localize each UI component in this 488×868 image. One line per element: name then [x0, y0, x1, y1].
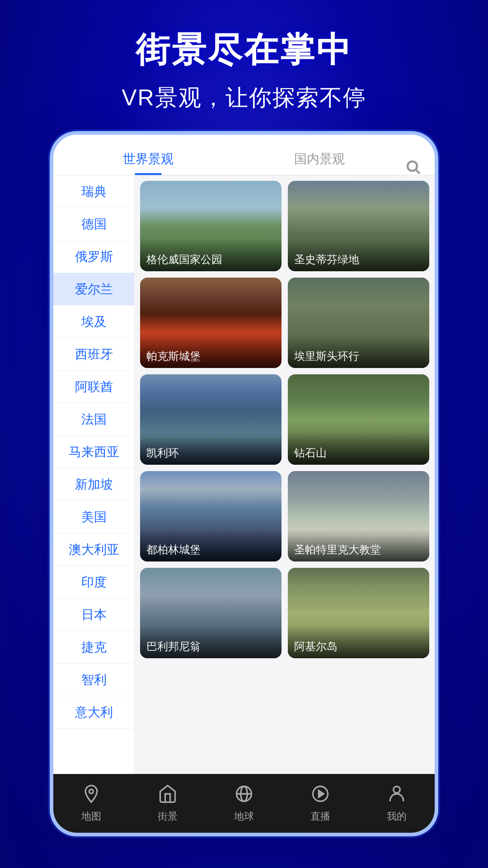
- nav-item-直播[interactable]: 直播: [282, 784, 358, 823]
- search-button[interactable]: [405, 159, 426, 175]
- scenery-label-7: 圣帕特里克大教堂: [288, 529, 429, 561]
- sidebar-item-2[interactable]: 俄罗斯: [53, 241, 134, 273]
- search-icon: [405, 159, 421, 175]
- nav-item-街景[interactable]: 街景: [130, 784, 206, 823]
- tab-world-scenery[interactable]: 世界景观: [62, 151, 234, 175]
- scenery-label-0: 格伦威国家公园: [140, 239, 282, 271]
- grid-item-8[interactable]: 巴利邦尼翁: [140, 568, 282, 658]
- sidebar-item-11[interactable]: 澳大利亚: [53, 533, 134, 566]
- sidebar-item-4[interactable]: 埃及: [53, 306, 134, 338]
- tab-bar: 世界景观 国内景观: [53, 135, 435, 175]
- tab-world-label: 世界景观: [123, 152, 174, 166]
- country-sidebar: 瑞典德国俄罗斯爱尔兰埃及西班牙阿联酋法国马来西亚新加坡美国澳大利亚印度日本捷克智…: [53, 175, 135, 774]
- scenery-label-1: 圣史蒂芬绿地: [288, 239, 429, 271]
- scenery-grid: 格伦威国家公园圣史蒂芬绿地帕克斯城堡埃里斯头环行凯利环钻石山都柏林城堡圣帕特里克…: [135, 175, 435, 774]
- grid-item-0[interactable]: 格伦威国家公园: [140, 181, 282, 271]
- sidebar-item-9[interactable]: 新加坡: [53, 468, 134, 501]
- scenery-label-5: 钻石山: [288, 432, 429, 465]
- scenery-label-9: 阿基尔岛: [288, 626, 429, 658]
- sidebar-item-5[interactable]: 西班牙: [53, 338, 134, 371]
- phone-frame: 世界景观 国内景观 瑞典德国俄罗斯爱尔兰埃及西班牙阿联酋法国马来西亚新加坡: [50, 131, 438, 836]
- hero-section: 街景尽在掌中 VR景观，让你探索不停: [0, 0, 488, 127]
- nav-item-地图[interactable]: 地图: [53, 784, 130, 823]
- scenery-label-4: 凯利环: [140, 432, 282, 465]
- sidebar-item-8[interactable]: 马来西亚: [53, 436, 134, 468]
- nav-label-地球: 地球: [234, 810, 254, 823]
- nav-item-我的[interactable]: 我的: [358, 784, 435, 823]
- sidebar-item-7[interactable]: 法国: [53, 403, 134, 436]
- tab-domestic-scenery[interactable]: 国内景观: [234, 151, 405, 175]
- svg-point-8: [393, 786, 400, 793]
- grid-item-6[interactable]: 都柏林城堡: [140, 471, 282, 561]
- sidebar-item-6[interactable]: 阿联酋: [53, 371, 134, 403]
- svg-point-2: [89, 789, 94, 793]
- nav-label-地图: 地图: [81, 810, 101, 823]
- grid-item-3[interactable]: 埃里斯头环行: [288, 278, 429, 368]
- nav-icon-地图: [81, 784, 101, 807]
- scenery-label-8: 巴利邦尼翁: [140, 626, 282, 658]
- grid-item-7[interactable]: 圣帕特里克大教堂: [288, 471, 429, 561]
- nav-label-直播: 直播: [310, 810, 330, 823]
- scenery-label-3: 埃里斯头环行: [288, 335, 429, 368]
- sidebar-item-12[interactable]: 印度: [53, 566, 134, 599]
- scenery-label-6: 都柏林城堡: [140, 529, 282, 561]
- tab-domestic-label: 国内景观: [294, 152, 345, 166]
- nav-icon-街景: [158, 784, 178, 807]
- sidebar-item-15[interactable]: 智利: [53, 664, 134, 696]
- sidebar-item-3[interactable]: 爱尔兰: [53, 273, 134, 306]
- grid-item-9[interactable]: 阿基尔岛: [288, 568, 429, 658]
- svg-point-0: [408, 161, 417, 171]
- grid-item-2[interactable]: 帕克斯城堡: [140, 278, 282, 368]
- main-content: 瑞典德国俄罗斯爱尔兰埃及西班牙阿联酋法国马来西亚新加坡美国澳大利亚印度日本捷克智…: [53, 175, 435, 774]
- bottom-navigation: 地图街景地球直播我的: [53, 774, 435, 833]
- nav-label-街景: 街景: [158, 810, 178, 823]
- sidebar-item-14[interactable]: 捷克: [53, 631, 134, 664]
- nav-icon-地球: [234, 784, 254, 807]
- sidebar-item-0[interactable]: 瑞典: [53, 175, 134, 208]
- svg-marker-7: [319, 790, 324, 797]
- scenery-label-2: 帕克斯城堡: [140, 335, 282, 368]
- grid-item-1[interactable]: 圣史蒂芬绿地: [288, 181, 429, 271]
- sidebar-item-16[interactable]: 意大利: [53, 696, 134, 729]
- sidebar-item-13[interactable]: 日本: [53, 599, 134, 631]
- hero-subtitle: VR景观，让你探索不停: [18, 83, 470, 113]
- svg-line-1: [416, 170, 420, 174]
- nav-icon-我的: [387, 784, 407, 807]
- sidebar-item-1[interactable]: 德国: [53, 208, 134, 241]
- hero-title: 街景尽在掌中: [18, 27, 470, 74]
- nav-label-我的: 我的: [387, 810, 407, 823]
- grid-item-5[interactable]: 钻石山: [288, 374, 429, 465]
- grid-container: 格伦威国家公园圣史蒂芬绿地帕克斯城堡埃里斯头环行凯利环钻石山都柏林城堡圣帕特里克…: [140, 181, 429, 658]
- nav-icon-直播: [310, 784, 330, 807]
- nav-item-地球[interactable]: 地球: [206, 784, 282, 823]
- grid-item-4[interactable]: 凯利环: [140, 374, 282, 465]
- sidebar-item-10[interactable]: 美国: [53, 501, 134, 533]
